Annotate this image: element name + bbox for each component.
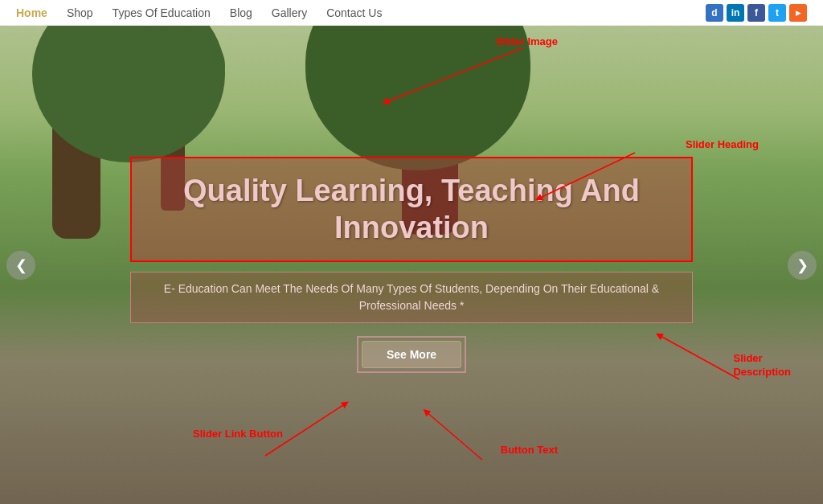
nav-blog[interactable]: Blog	[230, 6, 252, 19]
slider-link-button-box: See More	[357, 336, 466, 373]
nav-home[interactable]: Home	[16, 6, 47, 19]
slider-description-box: E- Education Can Meet The Needs Of Many …	[130, 272, 693, 323]
annotation-slider-link: Slider Link Button	[193, 428, 283, 440]
twitter-icon[interactable]: t	[768, 4, 786, 22]
social-icons: d in f t ▸	[706, 4, 807, 22]
annotation-slider-desc: SliderDescription	[733, 352, 791, 379]
slider-prev-button[interactable]: ❮	[6, 251, 35, 280]
linkedin-icon[interactable]: in	[727, 4, 744, 22]
nav-links: Home Shop Types Of Education Blog Galler…	[16, 6, 382, 19]
annotation-button-text: Button Text	[501, 444, 558, 456]
slider-button-wrap: See More	[130, 336, 693, 373]
slider-heading: Quality Learning, Teaching And Innovatio…	[154, 173, 669, 246]
annotation-slider-heading: Slider Heading	[686, 138, 759, 150]
delicious-icon[interactable]: d	[706, 4, 723, 22]
nav-gallery[interactable]: Gallery	[272, 6, 307, 19]
nav-types-of-education[interactable]: Types Of Education	[113, 6, 211, 19]
slider-next-button[interactable]: ❯	[788, 251, 817, 280]
slider-description: E- Education Can Meet The Needs Of Many …	[147, 281, 676, 314]
nav-contact-us[interactable]: Contact Us	[326, 6, 382, 19]
navbar: Home Shop Types Of Education Blog Galler…	[0, 0, 823, 26]
annotation-slider-image: Slider Image	[496, 35, 558, 47]
nav-shop[interactable]: Shop	[67, 6, 93, 19]
facebook-icon[interactable]: f	[747, 4, 765, 22]
slider-link-button[interactable]: See More	[362, 341, 461, 368]
rss-icon[interactable]: ▸	[789, 4, 807, 22]
hero-slider: ❮ Quality Learning, Teaching And Innovat…	[0, 26, 823, 504]
slider-content: Quality Learning, Teaching And Innovatio…	[130, 157, 693, 373]
slider-heading-box: Quality Learning, Teaching And Innovatio…	[130, 157, 693, 262]
